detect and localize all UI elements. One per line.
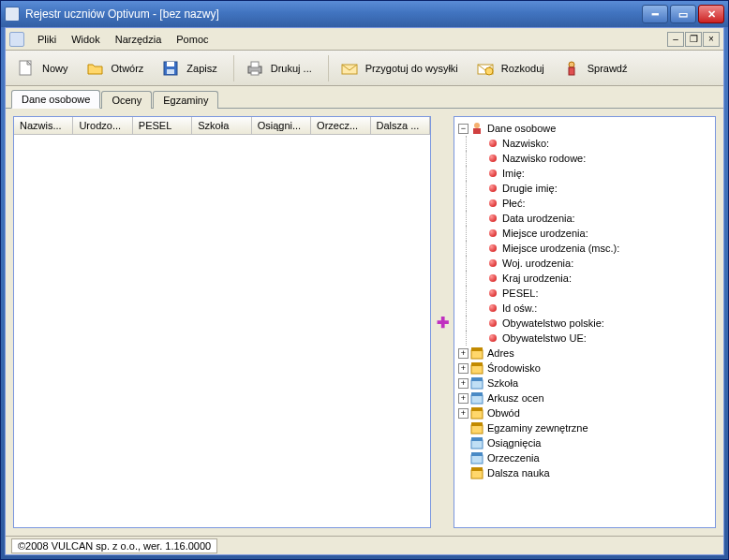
tree-field-0[interactable]: Nazwisko: [458, 136, 711, 151]
col-orzeczenia[interactable]: Orzecz... [311, 117, 370, 134]
zapisz-button[interactable]: Zapisz [156, 53, 227, 83]
tree-node-icon [470, 406, 484, 420]
check-icon [561, 58, 582, 79]
col-osiagniecia[interactable]: Osiągni... [252, 117, 311, 134]
mdi-restore-button[interactable]: ❐ [685, 32, 702, 47]
properties-tree[interactable]: −Dane osoboweNazwisko:Nazwisko rodowe:Im… [454, 116, 716, 528]
svg-rect-22 [471, 410, 483, 419]
tree-field-13[interactable]: Obywatelstwo UE: [458, 331, 711, 346]
svg-rect-21 [471, 392, 483, 396]
col-szkola[interactable]: Szkoła [192, 117, 251, 134]
tree-szkola[interactable]: +Szkoła [458, 376, 711, 391]
tree-expander[interactable]: + [458, 408, 469, 419]
tree-field-2[interactable]: Imię: [458, 166, 711, 181]
svg-rect-14 [471, 350, 483, 359]
tree-dane-osobowe[interactable]: −Dane osobowe [458, 121, 711, 136]
col-pesel[interactable]: PESEL [133, 117, 192, 134]
zapisz-label: Zapisz [186, 63, 216, 74]
bullet-icon [489, 199, 497, 207]
new-file-icon [16, 58, 37, 79]
tree-expander[interactable]: + [458, 348, 469, 359]
window-title: Rejestr uczniów Optivum - [bez nazwy] [25, 7, 642, 21]
tree-node-label: Nazwisko: [502, 138, 549, 149]
tree-node-label: Imię: [502, 168, 525, 179]
bullet-icon [489, 319, 497, 327]
tree-expander[interactable]: − [458, 124, 469, 134]
bullet-icon [489, 274, 497, 282]
tree-expander[interactable]: + [458, 393, 469, 404]
student-table: Nazwis... Urodzo... PESEL Szkoła Osiągni… [13, 116, 431, 528]
bullet-icon [489, 155, 497, 162]
tab-oceny[interactable]: Oceny [101, 91, 152, 109]
col-dalsza[interactable]: Dalsza ... [371, 117, 430, 134]
tree-node-icon [470, 436, 484, 449]
col-nazwisko[interactable]: Nazwis... [14, 117, 73, 134]
bullet-icon [489, 334, 497, 342]
sprawdz-label: Sprawdź [588, 63, 628, 74]
mdi-minimize-button[interactable]: – [667, 32, 684, 47]
tab-egzaminy[interactable]: Egzaminy [153, 91, 218, 109]
tree-expander[interactable]: + [458, 378, 469, 389]
svg-rect-17 [471, 362, 483, 366]
tree-srodowisko[interactable]: +Środowisko [458, 361, 711, 376]
menu-narzedzia[interactable]: Narzędzia [108, 31, 170, 48]
tree-field-8[interactable]: Woj. urodzenia: [458, 256, 711, 271]
svg-rect-5 [251, 62, 259, 67]
tree-dalsza[interactable]: Dalsza nauka [458, 465, 711, 480]
tree-field-4[interactable]: Płeć: [458, 196, 711, 211]
bullet-icon [489, 259, 497, 267]
tree-field-11[interactable]: Id ośw.: [458, 301, 711, 316]
tree-arkusz[interactable]: +Arkusz ocen [458, 391, 711, 405]
przygotuj-button[interactable]: Przygotuj do wysyłki [335, 53, 469, 83]
tab-dane-osobowe[interactable]: Dane osobowe [11, 90, 100, 109]
decode-icon [475, 58, 496, 79]
splitter[interactable]: ✚ [431, 116, 454, 528]
svg-rect-13 [473, 128, 481, 134]
tree-orzeczenia[interactable]: Orzeczenia [458, 450, 711, 465]
svg-point-9 [485, 67, 493, 75]
tree-node-label: Dane osobowe [487, 123, 556, 134]
bullet-icon [489, 289, 497, 297]
mdi-icon [9, 32, 24, 47]
tree-node-label: Miejsce urodzenia (msc.): [502, 243, 619, 254]
minimize-button[interactable]: ━ [642, 5, 668, 23]
rozkoduj-button[interactable]: Rozkoduj [470, 53, 555, 83]
tree-node-label: Środowisko [487, 362, 541, 374]
table-body[interactable] [14, 135, 430, 527]
bullet-icon [489, 304, 497, 312]
menu-pomoc[interactable]: Pomoc [169, 31, 216, 48]
tree-node-label: Miejsce urodzenia: [502, 228, 588, 239]
tree-obwod[interactable]: +Obwód [458, 405, 711, 420]
nowy-label: Nowy [42, 63, 68, 74]
nowy-button[interactable]: Nowy [11, 53, 79, 83]
mdi-close-button[interactable]: × [703, 32, 720, 47]
tree-field-1[interactable]: Nazwisko rodowe: [458, 151, 711, 166]
tree-expander[interactable]: + [458, 363, 469, 374]
tree-field-10[interactable]: PESEL: [458, 286, 711, 301]
menu-pliki[interactable]: Pliki [30, 31, 64, 48]
col-urodzony[interactable]: Urodzo... [73, 117, 132, 134]
otworz-button[interactable]: Otwórz [81, 53, 155, 83]
tree-node-label: Adres [487, 347, 514, 359]
menu-widok[interactable]: Widok [64, 31, 108, 48]
sprawdz-button[interactable]: Sprawdź [557, 53, 638, 83]
svg-rect-28 [471, 455, 483, 464]
content-area: Nazwis... Urodzo... PESEL Szkoła Osiągni… [6, 109, 723, 536]
tree-egzaminy[interactable]: Egzaminy zewnętrzne [458, 420, 711, 435]
tree-field-3[interactable]: Drugie imię: [458, 181, 711, 196]
drukuj-button[interactable]: Drukuj ... [240, 53, 322, 83]
client-area: Pliki Widok Narzędzia Pomoc – ❐ × Nowy [5, 27, 724, 555]
close-button[interactable]: ✕ [698, 5, 724, 23]
tree-field-7[interactable]: Miejsce urodzenia (msc.): [458, 241, 711, 256]
tree-node-label: PESEL: [502, 287, 539, 299]
maximize-button[interactable]: ▭ [670, 5, 696, 23]
tree-node-label: Osiągnięcia [487, 437, 541, 449]
tree-field-6[interactable]: Miejsce urodzenia: [458, 226, 711, 241]
tree-node-label: Obywatelstwo UE: [502, 332, 587, 344]
tree-field-12[interactable]: Obywatelstwo polskie: [458, 316, 711, 331]
tree-node-icon [470, 122, 484, 135]
tree-adres[interactable]: +Adres [458, 346, 711, 361]
tree-field-5[interactable]: Data urodzenia: [458, 211, 711, 226]
tree-osiagniecia[interactable]: Osiągnięcia [458, 435, 711, 450]
tree-field-9[interactable]: Kraj urodzenia: [458, 271, 711, 286]
